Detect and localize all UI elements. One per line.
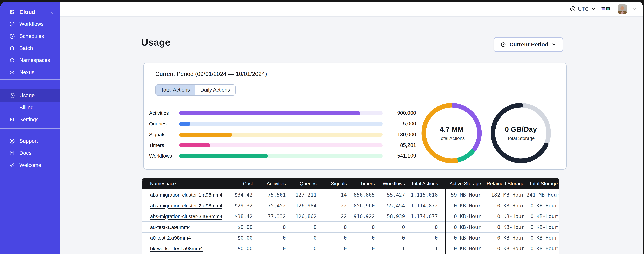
support-icon <box>9 138 15 144</box>
page-title: Usage <box>141 36 170 48</box>
cell-retained-storage: 0 KB-Hour <box>483 200 526 211</box>
cell-active-storage: 0 KB-Hour <box>445 200 483 211</box>
sidebar-collapse-button[interactable] <box>50 10 55 14</box>
sidebar-item-nexus[interactable]: Nexus <box>0 66 60 78</box>
sidebar-brand[interactable]: Cloud <box>0 6 60 18</box>
cell-active-storage: 0 KB-Hour <box>445 222 483 232</box>
tab-daily-actions[interactable]: Daily Actions <box>195 85 235 95</box>
cell-cost: $34.42 <box>224 190 257 200</box>
column-header-signals: Signals <box>319 178 349 190</box>
bar-track <box>179 122 382 126</box>
sidebar-divider <box>0 128 60 129</box>
cell-workflows: 0 <box>377 232 407 243</box>
period-selector-button[interactable]: Current Period <box>494 37 563 52</box>
cell-activities: 77,332 <box>257 211 288 222</box>
sidebar: Cloud WorkflowsSchedulesBatchNamespacesN… <box>0 2 60 254</box>
chevron-down-icon <box>591 6 596 12</box>
namespace-link[interactable]: abs-migration-cluster-1.a98mm4 <box>150 192 222 198</box>
bar-track <box>179 111 382 115</box>
cell-active-storage: 0 KB-Hour <box>445 211 483 222</box>
bar-label: Activities <box>149 110 179 116</box>
cell-workflows: 0 <box>377 222 407 232</box>
bar-fill <box>179 122 190 126</box>
sidebar-account-section: UsageBillingSettings <box>0 81 60 127</box>
sidebar-item-workflows[interactable]: Workflows <box>0 18 60 30</box>
namespace-link[interactable]: a0-test-2.a98mm4 <box>150 235 191 240</box>
sidebar-item-support[interactable]: Support <box>0 135 60 147</box>
cell-signals: 22 <box>319 200 349 211</box>
sidebar-item-label: Workflows <box>20 21 44 27</box>
cell-activities: 0 <box>257 222 288 232</box>
sidebar-item-label: Support <box>20 138 38 144</box>
cell-cost: $0.00 <box>224 232 257 243</box>
bar-fill <box>179 154 268 158</box>
sidebar-item-namespaces[interactable]: Namespaces <box>0 54 60 66</box>
column-header-workflows: Workflows <box>377 178 407 190</box>
bar-row-workflows: Workflows541,109 <box>149 150 416 161</box>
bar-label: Timers <box>149 142 179 148</box>
column-header-cost: Cost <box>224 178 257 190</box>
cell-total-actions: 1,114,872 <box>407 200 445 211</box>
cell-retained-storage: 0 KB-Hour <box>483 211 526 222</box>
bar-track <box>179 143 382 148</box>
bar-row-signals: Signals130,000 <box>149 129 416 140</box>
user-avatar[interactable] <box>618 4 627 14</box>
workflows-icon <box>9 21 15 27</box>
cell-timers: 0 <box>349 243 377 254</box>
sidebar-item-label: Usage <box>20 92 35 98</box>
schedules-icon <box>9 33 15 39</box>
cell-retained-storage: 0 KB-Hour <box>483 232 526 243</box>
sidebar-item-usage[interactable]: Usage <box>0 90 60 102</box>
cell-namespace: a0-test-2.a98mm4 <box>142 232 224 243</box>
cell-retained-storage: 0 KB-Hour <box>483 243 526 254</box>
cell-timers: 856,865 <box>349 190 377 200</box>
sidebar-item-docs[interactable]: Docs <box>0 147 60 159</box>
cell-workflows: 58,939 <box>377 211 407 222</box>
namespace-link[interactable]: abs-migration-cluster-2.a98mm4 <box>150 203 222 208</box>
main-content: Usage Current Period Current Period (09/… <box>60 17 643 254</box>
cell-namespace: bk-worker-test.a98mm4 <box>142 243 224 254</box>
cell-retained-storage: 0 KB-Hour <box>483 222 526 232</box>
bar-fill <box>179 143 210 148</box>
cell-namespace: abs-migration-cluster-3.a98mm4 <box>142 211 224 222</box>
labs-glasses-button[interactable] <box>600 4 612 14</box>
timezone-selector[interactable]: UTC <box>568 4 598 14</box>
cell-signals: 14 <box>319 190 349 200</box>
table-header-row: NamespaceCostActivitiesQueriesSignalsTim… <box>142 178 559 190</box>
sidebar-item-settings[interactable]: Settings <box>0 114 60 126</box>
cell-timers: 0 <box>349 232 377 243</box>
namespace-link[interactable]: abs-migration-cluster-3.a98mm4 <box>150 214 222 219</box>
cell-total-storage: 0 KB-Hour <box>526 232 559 243</box>
settings-gear-icon <box>9 116 15 123</box>
cell-activities: 0 <box>257 232 288 243</box>
cell-total-storage: 0 KB-Hour <box>526 211 559 222</box>
cell-total-storage: 0 KB-Hour <box>526 222 559 232</box>
sidebar-item-label: Settings <box>20 116 38 123</box>
sidebar-item-welcome[interactable]: Welcome <box>0 159 60 171</box>
namespace-link[interactable]: bk-worker-test.a98mm4 <box>150 246 203 251</box>
sidebar-item-label: Schedules <box>20 33 44 39</box>
sidebar-item-batch[interactable]: Batch <box>0 42 60 54</box>
cell-activities: 0 <box>257 243 288 254</box>
bar-label: Workflows <box>149 153 179 159</box>
bar-label: Queries <box>149 121 179 127</box>
cell-queries: 127,211 <box>288 190 319 200</box>
sidebar-item-billing[interactable]: Billing <box>0 102 60 114</box>
bar-row-timers: Timers85,201 <box>149 140 416 150</box>
account-menu-button[interactable] <box>630 4 638 14</box>
table-row: a0-test-2.a98mm4$0.000000000 KB-Hour0 KB… <box>142 232 559 243</box>
sidebar-item-schedules[interactable]: Schedules <box>0 30 60 42</box>
column-header-total-actions: Total Actions <box>407 178 445 190</box>
namespace-link[interactable]: a0-test-1.a98mm4 <box>150 224 191 230</box>
column-header-total-storage: Total Storage <box>526 178 559 190</box>
bar-value: 5,000 <box>382 121 416 127</box>
chevron-down-icon <box>631 6 637 12</box>
tab-total-actions[interactable]: Total Actions <box>156 85 195 95</box>
column-header-activities: Activities <box>257 178 288 190</box>
chevron-down-icon <box>551 42 557 48</box>
cell-queries: 0 <box>288 243 319 254</box>
namespace-usage-table: NamespaceCostActivitiesQueriesSignalsTim… <box>142 178 559 254</box>
bar-value: 900,000 <box>382 110 416 116</box>
total-storage-donut-chart: 0 GB/DayTotal Storage <box>490 102 552 164</box>
cell-namespace: a0-test-1.a98mm4 <box>142 222 224 232</box>
